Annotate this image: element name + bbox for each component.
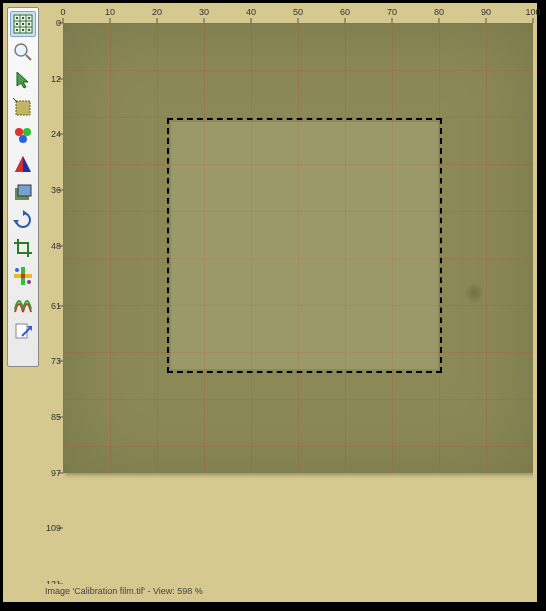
levels-tool[interactable] xyxy=(10,151,36,177)
magnifier-icon xyxy=(13,42,33,62)
image-artifact xyxy=(463,283,485,303)
work-area: 0102030405060708090100 01224364861738597… xyxy=(41,7,533,584)
svg-point-6 xyxy=(22,17,25,20)
svg-point-5 xyxy=(16,17,19,20)
svg-marker-23 xyxy=(15,156,23,172)
tool-palette xyxy=(7,7,39,367)
grid-tool[interactable] xyxy=(10,11,36,37)
ruler-v-tick: 85 xyxy=(41,412,61,422)
horizontal-ruler: 0102030405060708090100 xyxy=(63,7,533,23)
svg-point-11 xyxy=(16,29,19,32)
ruler-v-tick: 73 xyxy=(41,356,61,366)
svg-point-8 xyxy=(16,23,19,26)
rotate-tool[interactable] xyxy=(10,207,36,233)
crop-tool[interactable] xyxy=(10,235,36,261)
ruler-v-tick: 97 xyxy=(41,468,61,478)
select-icon xyxy=(13,98,33,118)
pointer-tool[interactable] xyxy=(10,67,36,93)
svg-point-12 xyxy=(22,29,25,32)
layers-tool[interactable] xyxy=(10,179,36,205)
ruler-h-tick: 40 xyxy=(246,7,256,17)
svg-point-10 xyxy=(28,23,31,26)
ruler-v-tick: 36 xyxy=(41,185,61,195)
ruler-h-tick: 0 xyxy=(60,7,65,17)
ruler-h-tick: 80 xyxy=(434,7,444,17)
rgb-dots-icon xyxy=(13,126,33,146)
ruler-h-tick: 50 xyxy=(293,7,303,17)
svg-point-31 xyxy=(15,268,19,272)
ruler-v-tick: 61 xyxy=(41,301,61,311)
color-plus-icon xyxy=(13,266,33,286)
status-text: Image 'Calibration film.tif' - View: 598… xyxy=(45,586,203,596)
svg-rect-17 xyxy=(16,101,30,115)
ruler-v-tick: 24 xyxy=(41,129,61,139)
svg-marker-16 xyxy=(17,72,28,88)
triangle-icon xyxy=(13,154,33,174)
ruler-h-tick: 100 xyxy=(525,7,540,17)
svg-point-32 xyxy=(27,280,31,284)
svg-point-19 xyxy=(15,128,23,136)
svg-point-20 xyxy=(23,128,31,136)
svg-line-18 xyxy=(13,98,17,102)
ruler-h-tick: 30 xyxy=(199,7,209,17)
svg-point-21 xyxy=(19,135,27,143)
svg-point-14 xyxy=(15,44,27,56)
selection-marquee[interactable] xyxy=(167,118,442,373)
vertical-ruler: 01224364861738597109121 xyxy=(41,23,63,584)
ruler-h-tick: 60 xyxy=(340,7,350,17)
svg-line-15 xyxy=(26,55,31,60)
image-canvas[interactable] xyxy=(63,23,533,584)
export-tool[interactable] xyxy=(10,319,36,345)
svg-point-9 xyxy=(22,23,25,26)
zoom-tool[interactable] xyxy=(10,39,36,65)
svg-point-13 xyxy=(28,29,31,32)
svg-rect-25 xyxy=(18,185,31,196)
ruler-v-tick: 12 xyxy=(41,74,61,84)
ruler-h-tick: 90 xyxy=(481,7,491,17)
rgb-channels-tool[interactable] xyxy=(10,123,36,149)
layers-icon xyxy=(13,182,33,202)
image-region[interactable] xyxy=(63,23,533,473)
curves-tool[interactable] xyxy=(10,291,36,317)
svg-point-7 xyxy=(28,17,31,20)
svg-rect-33 xyxy=(16,324,27,338)
crop-icon xyxy=(13,238,33,258)
ruler-h-tick: 10 xyxy=(105,7,115,17)
select-tool[interactable] xyxy=(10,95,36,121)
pointer-icon xyxy=(13,70,33,90)
color-adjust-tool[interactable] xyxy=(10,263,36,289)
grid-icon xyxy=(13,14,33,34)
svg-marker-26 xyxy=(23,210,27,216)
ruler-h-tick: 70 xyxy=(387,7,397,17)
ruler-v-tick: 48 xyxy=(41,241,61,251)
curves-icon xyxy=(13,294,33,314)
ruler-v-tick: 109 xyxy=(41,523,61,533)
export-icon xyxy=(13,322,33,342)
svg-rect-30 xyxy=(21,274,25,278)
status-bar: Image 'Calibration film.tif' - View: 598… xyxy=(41,584,533,598)
ruler-v-tick: 0 xyxy=(41,18,61,28)
svg-marker-27 xyxy=(13,220,19,224)
app-window: 0102030405060708090100 01224364861738597… xyxy=(0,0,540,605)
ruler-h-tick: 20 xyxy=(152,7,162,17)
rotate-icon xyxy=(13,210,33,230)
